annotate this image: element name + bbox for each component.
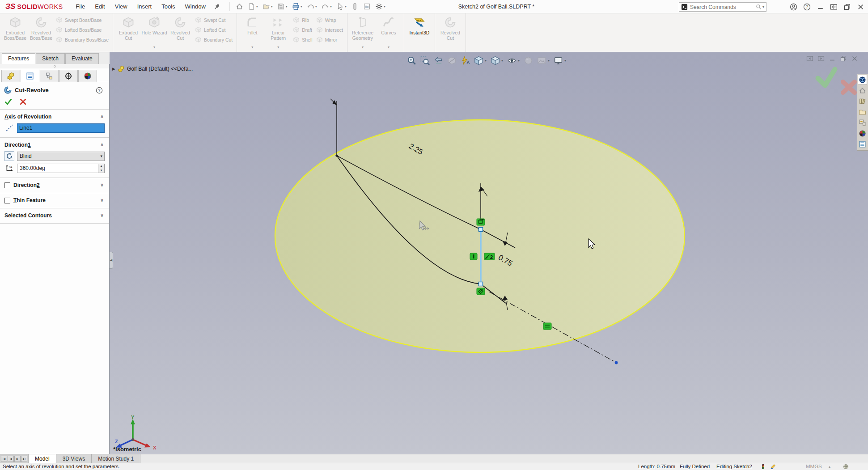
chevron-down-icon[interactable]: ▾ [548, 59, 550, 63]
ribbon-instant3d-button[interactable]: Instant3D [406, 15, 432, 51]
menu-window[interactable]: Window [180, 1, 211, 12]
axis-of-revolution-header[interactable]: Axis of Revolution [4, 114, 105, 120]
tab-3d-views[interactable]: 3D Views [56, 454, 92, 463]
menu-tools[interactable]: Tools [157, 1, 180, 12]
task-pane-home-button[interactable] [858, 85, 867, 96]
zoom-to-fit-button[interactable] [406, 55, 417, 66]
tab-scroll-last-button[interactable]: ▶| [21, 456, 27, 462]
options-dropdown-icon[interactable]: ▾ [384, 4, 385, 8]
traffic-light-icon[interactable] [760, 464, 766, 470]
new-document-dropdown-icon[interactable]: ▾ [256, 4, 258, 8]
hide-show-items-button[interactable]: ▾ [507, 55, 520, 66]
menu-edit[interactable]: Edit [90, 1, 110, 12]
tab-scroll-next-button[interactable]: ▶ [14, 456, 21, 462]
select-cursor-dropdown-icon[interactable]: ▾ [345, 4, 347, 8]
ribbon-wrap-button[interactable]: Wrap [316, 17, 343, 23]
sketch-canvas[interactable]: 2 2.25 0.75 [110, 52, 868, 454]
angle-input[interactable]: 360.00deg ▲▼ [17, 164, 105, 173]
line-endpoint-handle[interactable] [479, 282, 483, 286]
ribbon-intersect-button[interactable]: Intersect [316, 26, 343, 33]
section-view-button[interactable] [447, 55, 457, 66]
zoom-to-area-button[interactable] [420, 55, 430, 66]
search-commands-box[interactable]: ▾ [679, 2, 766, 12]
selected-contours-header[interactable]: Selected Contours [4, 212, 52, 219]
line-endpoint-handle[interactable] [479, 228, 483, 232]
direction2-checkbox[interactable] [4, 182, 10, 188]
file-properties-button[interactable] [362, 2, 372, 11]
chevron-down-icon[interactable]: ▾ [388, 45, 390, 50]
menu-view[interactable]: View [110, 1, 132, 12]
ribbon-swept-boss-base-button[interactable]: Swept Boss/Base [56, 17, 109, 23]
search-scope-icon[interactable] [681, 4, 688, 10]
tab-scroll-first-button[interactable]: |◀ [1, 456, 7, 462]
spinner-buttons[interactable]: ▲▼ [98, 164, 104, 173]
chevron-down-icon[interactable]: ▾ [485, 59, 487, 63]
cascade-windows-button[interactable] [830, 3, 838, 11]
on-edge-constraint-icon[interactable]: 2 [484, 253, 495, 260]
doc-minimize-button[interactable] [829, 55, 836, 62]
search-input[interactable] [690, 4, 756, 10]
save-dropdown-icon[interactable]: ▾ [286, 4, 288, 8]
apply-scene-button[interactable]: ▾ [537, 55, 550, 66]
ribbon-lofted-cut-button[interactable]: Lofted Cut [195, 26, 233, 33]
graphics-viewport[interactable]: 2 2.25 0.75 ▶ Golf Ball (Default) <<Defa… [110, 52, 868, 454]
help-icon[interactable]: ? [96, 87, 103, 94]
ribbon-hole-wizard-button[interactable]: Hole Wizard▾ [141, 15, 167, 51]
ribbon-swept-cut-button[interactable]: Swept Cut [195, 17, 233, 23]
ribbon-rib-button[interactable]: Rib [293, 17, 312, 23]
display-style-button[interactable]: ▾ [490, 55, 504, 66]
manager-tab-display-manager[interactable] [78, 70, 97, 82]
coincident-constraint-icon[interactable] [543, 323, 551, 330]
view-orientation-button[interactable]: ▾ [474, 55, 487, 66]
expand-triangle-icon[interactable]: ▶ [112, 67, 115, 71]
home-button[interactable] [234, 2, 245, 11]
help-button[interactable]: ? [803, 3, 811, 11]
ribbon-draft-button[interactable]: Draft [293, 26, 312, 33]
feature-tree-flyout[interactable]: ▶ Golf Ball (Default) <<Defa... [112, 65, 193, 72]
sketch-origin-point[interactable] [335, 154, 338, 157]
tile-left-button[interactable] [806, 55, 813, 62]
ribbon-boundary-cut-button[interactable]: Boundary Cut [195, 36, 233, 43]
chevron-down-icon[interactable]: ∨ [100, 197, 104, 203]
panel-splitter-handle[interactable] [0, 64, 109, 68]
print-button[interactable]: ▾ [291, 2, 304, 11]
tab-evaluate[interactable]: Evaluate [65, 53, 99, 64]
menu-file[interactable]: File [71, 1, 90, 12]
restore-button[interactable] [843, 3, 851, 11]
ok-button[interactable] [4, 98, 12, 106]
ribbon-extruded-boss-base-button[interactable]: Extruded Boss/Base [2, 15, 28, 51]
chevron-up-icon[interactable]: ∧ [100, 142, 104, 148]
menu-insert[interactable]: Insert [132, 1, 157, 12]
chevron-up-icon[interactable]: ∧ [100, 114, 104, 119]
open-button[interactable]: ▾ [261, 2, 274, 11]
ribbon-boundary-boss-base-button[interactable]: Boundary Boss/Base [56, 36, 109, 43]
pierce-constraint-icon[interactable] [477, 288, 485, 295]
confirm-cancel-icon[interactable] [843, 82, 855, 93]
chevron-down-icon[interactable]: ▾ [251, 45, 253, 50]
user-account-button[interactable] [790, 3, 797, 11]
chevron-down-icon[interactable]: ∨ [100, 182, 104, 188]
search-dropdown-icon[interactable]: ▾ [762, 5, 764, 9]
minimize-button[interactable] [817, 3, 824, 11]
new-document-button[interactable]: ▾ [246, 2, 259, 11]
end-condition-dropdown[interactable]: Blind▾ [17, 152, 105, 161]
panel-collapse-handle[interactable]: ◀ [110, 252, 113, 269]
edit-appearance-button[interactable] [523, 55, 534, 66]
pin-menu-icon[interactable] [213, 3, 220, 10]
centerline-endpoint[interactable] [615, 361, 618, 364]
ribbon-mirror-button[interactable]: Mirror [316, 36, 343, 43]
quick-snaps-icon[interactable] [770, 464, 776, 470]
thin-feature-header[interactable]: Thin Feature [13, 197, 46, 203]
tab-features[interactable]: Features [2, 53, 35, 64]
task-pane-file-explorer-button[interactable] [858, 107, 867, 117]
ribbon-extruded-cut-button[interactable]: Extruded Cut [115, 15, 141, 51]
vertical-constraint-icon[interactable] [470, 253, 477, 260]
manager-tab-property-manager[interactable] [21, 70, 39, 82]
direction2-header[interactable]: Direction2 [13, 182, 40, 188]
save-button[interactable]: ▾ [276, 2, 289, 11]
reverse-direction-icon[interactable] [5, 152, 13, 160]
confirm-accept-icon[interactable] [818, 69, 835, 85]
view-settings-button[interactable]: ▾ [553, 55, 567, 66]
chevron-down-icon[interactable]: ▾ [153, 45, 155, 50]
tile-right-button[interactable] [817, 55, 825, 62]
